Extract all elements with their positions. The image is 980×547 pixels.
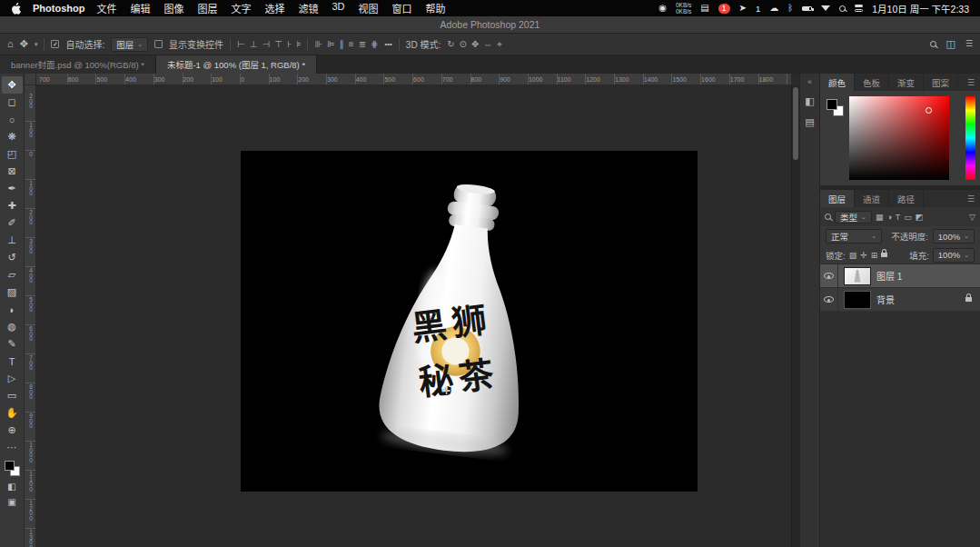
more-options-icon[interactable]: ••• <box>384 41 391 48</box>
display-icon[interactable]: ▤ <box>700 4 708 13</box>
layer-row[interactable]: 图层 1 <box>820 264 980 288</box>
layers-panel-tab-2[interactable]: 通道 <box>855 190 889 207</box>
menubar-item[interactable]: 3D <box>332 1 344 15</box>
battery-icon[interactable] <box>802 6 812 11</box>
color-panel-tab-2[interactable]: 色板 <box>855 74 889 91</box>
3d-mode-icon-3[interactable]: ⇔ <box>483 39 492 49</box>
distribute-icon-5[interactable]: ⋕ <box>371 39 378 49</box>
crop-tool[interactable]: ◰ <box>2 145 23 163</box>
horizontal-ruler[interactable]: 7006005004003002001000100200300400500600… <box>36 74 791 85</box>
toolbar-color-swatches[interactable] <box>5 461 20 476</box>
layer-row[interactable]: 背景 <box>820 288 980 312</box>
dodge-tool[interactable]: ◍ <box>2 318 23 335</box>
menubar-app-name[interactable]: Photoshop <box>33 3 84 14</box>
color-picker-cursor[interactable] <box>926 107 932 114</box>
ruler-origin-corner[interactable] <box>25 74 36 85</box>
color-panel-tab-4[interactable]: 图案 <box>924 74 958 91</box>
align-icon-4[interactable]: ⊦ <box>287 39 292 49</box>
pen-tool[interactable]: ✎ <box>2 335 23 353</box>
expand-dock-icon[interactable]: « <box>807 77 812 86</box>
menubar-item[interactable]: 窗口 <box>392 1 412 15</box>
menubar-item[interactable]: 文字 <box>231 1 251 15</box>
notification-badge[interactable]: 1 <box>718 4 730 14</box>
scrollbar-thumb[interactable] <box>793 87 798 160</box>
tool-preset-caret-icon[interactable]: ▾ <box>35 41 38 48</box>
move-tool[interactable]: ✥ <box>2 76 23 94</box>
align-icon-1[interactable]: ⊥ <box>250 39 258 49</box>
bluetooth-icon[interactable]: ᛒ <box>787 4 793 13</box>
document-canvas[interactable]: 黑狮 秘茶 ✛ <box>241 151 698 492</box>
cloud-icon[interactable]: ☁ <box>769 4 778 13</box>
layer-thumbnail[interactable] <box>844 291 871 309</box>
workspace-icon[interactable]: ◫ <box>946 39 955 49</box>
document-tab[interactable]: 未标题-1 @ 100% (图层 1, RGB/8) * <box>156 55 317 74</box>
3d-mode-icon-4[interactable]: ⌖ <box>497 39 502 50</box>
canvas-viewport[interactable]: 黑狮 秘茶 ✛ <box>36 85 791 547</box>
distribute-icon-1[interactable]: ⊫ <box>327 39 335 49</box>
lasso-tool[interactable]: ○ <box>2 111 23 128</box>
collapsed-panel-icon-2[interactable]: ▤ <box>805 116 814 128</box>
foreground-color-swatch[interactable] <box>5 461 15 471</box>
distribute-icon-2[interactable]: ∥ <box>340 39 344 49</box>
show-transform-checkbox[interactable] <box>154 40 163 48</box>
blend-mode-dropdown[interactable]: 正常 ⌄ <box>826 229 882 244</box>
auto-select-dropdown[interactable]: 图层 ⌄ <box>111 37 148 52</box>
lock-icon-1[interactable]: ✛ <box>860 251 867 260</box>
apple-icon[interactable] <box>11 3 21 15</box>
opacity-dropdown[interactable]: 100% ⌄ <box>933 229 975 244</box>
current-tool-icon[interactable]: ✥ <box>20 39 28 49</box>
screen-mode-icon[interactable]: ▣ <box>7 497 15 507</box>
hand-tool[interactable]: ✋ <box>2 404 23 422</box>
layers-panel-tab-3[interactable]: 路径 <box>889 190 924 207</box>
menubar-item[interactable]: 滤镜 <box>298 1 318 15</box>
auto-select-checkbox[interactable]: ✓ <box>51 40 59 48</box>
color-panel-tab-1[interactable]: 颜色 <box>820 74 855 91</box>
frame-tool[interactable]: ⊠ <box>2 163 23 180</box>
document-tab[interactable]: banner封面.psd @ 100%(RGB/8) * <box>0 55 156 74</box>
gradient-tool[interactable]: ▨ <box>2 283 23 301</box>
menubar-item[interactable]: 帮助 <box>426 1 446 15</box>
align-icon-0[interactable]: ⊢ <box>237 39 245 49</box>
panel-menu-icon[interactable]: ☰ <box>967 190 980 207</box>
shape-tool[interactable]: ▭ <box>2 387 23 404</box>
hue-slider[interactable] <box>965 96 975 180</box>
type-tool[interactable]: T <box>2 353 23 370</box>
collapsed-panel-icon-1[interactable]: ◧ <box>805 95 814 107</box>
fill-dropdown[interactable]: 100% ⌄ <box>933 248 975 263</box>
wifi-icon[interactable] <box>821 5 830 11</box>
screen-record-icon[interactable]: ◉ <box>658 4 667 13</box>
layers-panel-tab-1[interactable]: 图层 <box>820 190 855 207</box>
quick-mask-icon[interactable]: ◧ <box>7 482 15 492</box>
3d-mode-icon-1[interactable]: ⊙ <box>460 39 467 49</box>
3d-mode-icon-0[interactable]: ↻ <box>447 39 454 49</box>
control-center-icon[interactable] <box>855 5 863 13</box>
history-brush-tool[interactable]: ↺ <box>2 249 23 266</box>
vertical-scrollbar[interactable] <box>791 85 799 547</box>
menubar-item[interactable]: 图像 <box>163 1 183 15</box>
3d-mode-icon-2[interactable]: ✥ <box>471 39 479 49</box>
menubar-clock[interactable]: 1月10日 周一 下午2:33 <box>872 2 969 15</box>
path-selection-tool[interactable]: ▷ <box>2 370 23 387</box>
filter-toggle-icon[interactable]: ▽ <box>969 213 975 222</box>
align-icon-3[interactable]: ⊤ <box>274 39 282 49</box>
layer-filter-icon-1[interactable]: ◑ <box>886 213 891 222</box>
menubar-item[interactable]: 编辑 <box>130 1 150 15</box>
panel-menu-icon[interactable]: ☰ <box>965 40 973 48</box>
marquee-tool[interactable]: ◻ <box>2 94 23 111</box>
distribute-icon-0[interactable]: ⊪ <box>314 39 322 49</box>
color-panel-tab-3[interactable]: 渐变 <box>889 74 924 91</box>
align-icon-5[interactable]: ⊧ <box>296 39 301 49</box>
blur-tool[interactable]: ◗ <box>2 301 23 318</box>
foreground-color-swatch[interactable] <box>827 99 837 110</box>
visibility-toggle[interactable] <box>820 288 838 311</box>
menubar-item[interactable]: 文件 <box>96 1 116 15</box>
search-icon[interactable] <box>839 5 846 12</box>
quick-selection-tool[interactable]: ❋ <box>2 128 23 145</box>
clone-stamp-tool[interactable]: ⊥ <box>2 232 23 249</box>
bottle-3d-object[interactable]: 黑狮 秘茶 <box>342 173 576 471</box>
layer-thumbnail[interactable] <box>844 267 871 285</box>
panel-menu-icon[interactable]: ☰ <box>967 74 980 91</box>
layer-filter-icon-3[interactable]: ▭ <box>904 213 912 222</box>
zoom-tool[interactable]: ⊕ <box>2 422 23 439</box>
distribute-icon-3[interactable]: ≡ <box>349 39 354 49</box>
